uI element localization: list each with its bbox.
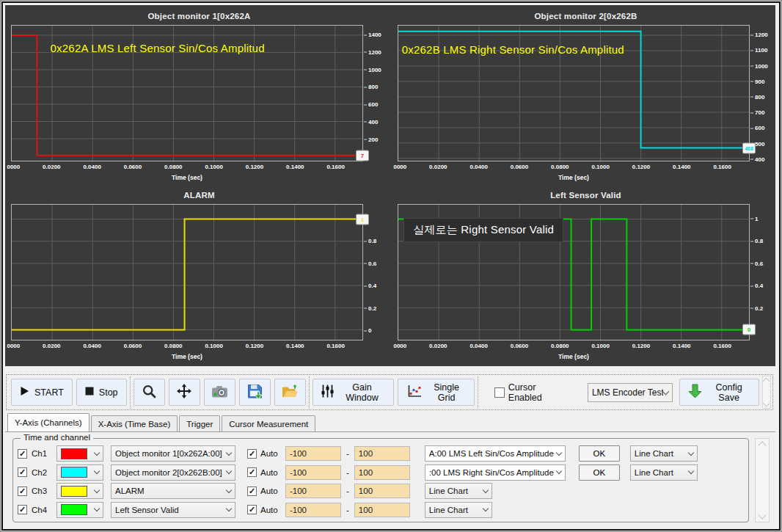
- y-tick-label: 1000: [368, 66, 381, 73]
- channel-color-select[interactable]: [56, 445, 103, 462]
- toolbar-scrollbar[interactable]: [762, 376, 771, 409]
- chevron-down-icon: [483, 506, 489, 511]
- range-max-input[interactable]: [354, 446, 410, 461]
- chart-type-value: Line Chart: [635, 449, 673, 458]
- channel-color-select[interactable]: [56, 483, 103, 499]
- chevron-down-icon: [226, 487, 232, 493]
- channel-enable-checkbox[interactable]: ✓: [18, 487, 27, 496]
- chevron-down-icon: [483, 487, 489, 493]
- x-tick-label: 0.1200: [632, 164, 650, 170]
- x-tick-label: 0.0600: [511, 164, 528, 170]
- chart-title: Left Sensor Valid: [398, 186, 774, 204]
- y-tick-label: 0.8: [755, 238, 763, 244]
- toolbar: START Stop: [6, 374, 773, 410]
- chart-type-select[interactable]: Line Chart: [425, 502, 492, 518]
- y-tick-label: 0.8: [368, 238, 376, 244]
- range-min-input[interactable]: [285, 484, 341, 498]
- camera-icon: [211, 385, 228, 401]
- range-min-input[interactable]: [285, 465, 341, 480]
- pan-tool-button[interactable]: [169, 379, 200, 406]
- auto-checkbox[interactable]: ✓: [247, 505, 257, 514]
- zoom-tool-button[interactable]: [134, 379, 165, 406]
- auto-checkbox[interactable]: ✓: [247, 487, 257, 496]
- stop-label: Stop: [99, 387, 118, 398]
- channel-source-select[interactable]: Left Sensor Valid: [111, 502, 235, 518]
- ok-button[interactable]: OK: [579, 445, 620, 462]
- magnifier-icon: [142, 384, 157, 401]
- chart-annotation: 실제로는 Right Sensor Valid: [403, 218, 563, 242]
- play-icon: [20, 386, 29, 398]
- channel-source-select[interactable]: ALARM: [111, 483, 235, 499]
- channel-row: ✓Ch3ALARM✓Auto-Line Chart: [18, 482, 745, 500]
- channel-color-select[interactable]: [56, 502, 103, 518]
- channel-row: ✓Ch4Left Sensor Valid✓Auto-Line Chart: [18, 501, 745, 519]
- signal-select[interactable]: A:00 LMS Left Sin/Cos Amplitude: [425, 445, 566, 462]
- chart-plot-area[interactable]: 실제로는 Right Sensor Valid0: [398, 204, 750, 340]
- chart-marker-handle[interactable]: 7: [356, 150, 369, 161]
- chart-marker-handle[interactable]: 468: [742, 142, 756, 153]
- gain-window-button[interactable]: Gain Window: [313, 379, 395, 406]
- chart-plot-area[interactable]: 1: [11, 204, 363, 340]
- tab-cursor-measurement[interactable]: Cursor Measurement: [222, 415, 315, 431]
- chart-annotation: 0x262A LMS Left Sensor Sin/Cos Amplitud: [51, 42, 265, 54]
- config-save-button[interactable]: Config Save: [679, 379, 759, 406]
- range-separator: -: [346, 449, 349, 458]
- chevron-down-icon: [226, 449, 232, 455]
- tab-y-axis-channels[interactable]: Y-Axis (Channels): [7, 413, 89, 431]
- channel-enable-checkbox[interactable]: ✓: [18, 467, 27, 477]
- signal-select[interactable]: :00 LMS Right Sin/Cos Amplitude: [425, 464, 566, 481]
- x-tick-label: 0.0200: [429, 343, 447, 349]
- chart-type-select[interactable]: Line Chart: [425, 483, 492, 499]
- auto-checkbox[interactable]: ✓: [247, 467, 257, 477]
- panel-scrollbar[interactable]: [755, 438, 770, 522]
- x-tick-label: 0.1600: [326, 343, 344, 349]
- channel-enable-checkbox[interactable]: ✓: [18, 449, 27, 459]
- channel-source-value: Left Sensor Valid: [115, 506, 179, 514]
- window-frame: Object monitor 1[0x262A0x262A LMS Left S…: [1, 1, 781, 531]
- chart-type-select[interactable]: Line Chart: [630, 445, 698, 462]
- chart-marker-handle[interactable]: 0: [742, 324, 756, 335]
- single-grid-button[interactable]: Single Grid: [398, 379, 474, 406]
- save-image-button[interactable]: [239, 379, 271, 406]
- snapshot-button[interactable]: [204, 379, 235, 406]
- range-separator: -: [346, 506, 349, 514]
- chart-marker-handle[interactable]: 1: [356, 214, 369, 225]
- channel-label: Ch3: [32, 487, 52, 495]
- tab-trigger[interactable]: Trigger: [179, 415, 220, 431]
- channel-source-select[interactable]: Object monitor 2[0x262B:00]: [111, 464, 235, 481]
- cursor-enabled-checkbox[interactable]: [494, 387, 505, 398]
- x-tick-label: 0.0200: [429, 164, 447, 170]
- chart-title: ALARM: [11, 186, 387, 204]
- chart-svg: [12, 205, 362, 340]
- toolbar-run-group: START Stop: [8, 376, 131, 409]
- range-max-input[interactable]: [354, 484, 410, 498]
- x-axis: 0.00000.02000.04000.06000.08000.10000.12…: [11, 163, 363, 172]
- range-max-input[interactable]: [354, 465, 410, 480]
- chart-plot-area[interactable]: 0x262B LMS Right Sensor Sin/Cos Amplitud…: [398, 25, 750, 161]
- chart-type-select[interactable]: Line Chart: [630, 464, 698, 481]
- tab-x-axis-time-base[interactable]: X-Axis (Time Base): [91, 415, 178, 431]
- channel-enable-checkbox[interactable]: ✓: [18, 505, 27, 514]
- chart-plot-area[interactable]: 0x262A LMS Left Sensor Sin/Cos Amplitud7: [11, 25, 363, 161]
- chevron-down-icon: [662, 387, 670, 395]
- channel-row: ✓Ch2Object monitor 2[0x262B:00]✓Auto-:00…: [18, 464, 745, 481]
- x-tick-label: 0.0800: [164, 164, 182, 170]
- chart-1: Object monitor 1[0x262A0x262A LMS Left S…: [7, 7, 387, 186]
- range-max-input[interactable]: [354, 503, 410, 517]
- stop-button[interactable]: Stop: [76, 379, 127, 406]
- config-select[interactable]: LMS Encoder Test 2022: [588, 383, 673, 402]
- chevron-up-icon: [763, 378, 770, 385]
- y-axis: 120011001000900800700600500400: [750, 25, 774, 161]
- range-min-input[interactable]: [285, 446, 341, 461]
- start-button[interactable]: START: [11, 379, 73, 406]
- y-axis: 140012001000800600400200: [363, 25, 387, 161]
- range-min-input[interactable]: [285, 503, 341, 517]
- x-tick-label: 0.1400: [286, 164, 304, 170]
- ok-button[interactable]: OK: [579, 464, 620, 481]
- open-config-button[interactable]: [274, 379, 306, 406]
- start-label: START: [34, 387, 64, 398]
- channel-color-select[interactable]: [56, 464, 103, 481]
- channel-source-select[interactable]: Object monitor 1[0x262A:00]: [111, 445, 235, 462]
- auto-checkbox[interactable]: ✓: [247, 449, 257, 459]
- auto-label: Auto: [260, 487, 281, 495]
